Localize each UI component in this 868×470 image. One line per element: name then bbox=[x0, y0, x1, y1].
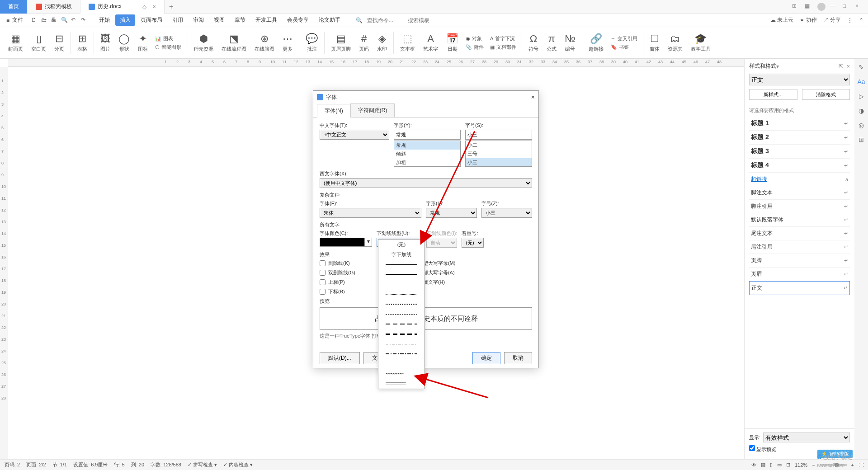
underline-option-word[interactable]: 字下加线 bbox=[378, 249, 425, 259]
underline-option-single[interactable] bbox=[378, 259, 425, 269]
tab-dev[interactable]: 开发工具 bbox=[251, 14, 282, 26]
online-mind-button[interactable]: ⊛在线脑图 bbox=[251, 33, 278, 52]
tab-review[interactable]: 审阅 bbox=[189, 14, 208, 26]
date-button[interactable]: 📅日期 bbox=[443, 33, 462, 52]
zoom-out-icon[interactable]: − bbox=[812, 462, 815, 468]
style-item[interactable]: 标题 2↵ bbox=[749, 131, 850, 145]
underline-option-dotted-thick[interactable] bbox=[378, 299, 425, 309]
dialog-titlebar[interactable]: 字体 × bbox=[313, 91, 538, 103]
tab-add-button[interactable]: + bbox=[165, 3, 178, 11]
attachment-button[interactable]: 📎 附件 bbox=[466, 44, 484, 51]
dialog-tab-font[interactable]: 字体(N) bbox=[317, 104, 351, 118]
style-item[interactable]: 脚注文本↵ bbox=[749, 186, 850, 200]
subscript-checkbox[interactable]: 下标(B) bbox=[320, 288, 355, 295]
tab-insert[interactable]: 插入 bbox=[115, 14, 135, 26]
tab-vip[interactable]: 会员专享 bbox=[283, 14, 313, 26]
underline-option-dash-dot[interactable] bbox=[378, 339, 425, 349]
complex-size-select[interactable]: 小三 bbox=[481, 208, 533, 218]
complex-font-select[interactable]: 宋体 bbox=[320, 208, 421, 218]
default-button[interactable]: 默认(D)... bbox=[320, 352, 360, 364]
tab-home[interactable]: 首页 bbox=[0, 0, 28, 14]
tab-doc-pin-icon[interactable]: ◇ bbox=[142, 4, 146, 10]
style-item[interactable]: 脚注引用↵ bbox=[749, 200, 850, 213]
image-button[interactable]: 🖼图片 bbox=[97, 33, 114, 52]
underline-option-dash[interactable] bbox=[378, 309, 425, 319]
superscript-checkbox[interactable]: 上标(P) bbox=[320, 279, 355, 286]
clear-format-button[interactable]: 清除格式 bbox=[802, 89, 850, 100]
page-break-button[interactable]: ⊟分页 bbox=[51, 33, 68, 52]
underline-option-none[interactable]: (无) bbox=[378, 240, 425, 249]
cross-ref-button[interactable]: ↔ 交叉引用 bbox=[611, 35, 637, 42]
font-color-swatch[interactable] bbox=[320, 238, 365, 247]
icon-button[interactable]: ✦图标 bbox=[134, 33, 151, 52]
style-item[interactable]: 默认段落字体↵ bbox=[749, 213, 850, 227]
underline-option-double[interactable] bbox=[378, 279, 425, 289]
sidebar-location-icon[interactable]: ◎ bbox=[857, 121, 865, 129]
search-template-input[interactable] bbox=[408, 17, 444, 24]
formula-button[interactable]: π公式 bbox=[543, 33, 560, 52]
underline-option-dash-dot-thick[interactable] bbox=[378, 349, 425, 359]
tab-start[interactable]: 开始 bbox=[94, 14, 114, 26]
doc-parts-button[interactable]: ▦ 文档部件 bbox=[490, 44, 516, 51]
font-color-dropdown-arrow[interactable]: ▾ bbox=[365, 238, 372, 247]
underline-option-thick[interactable] bbox=[378, 269, 425, 279]
status-page[interactable]: 页面: 2/2 bbox=[26, 461, 46, 468]
header-footer-button[interactable]: ▤页眉页脚 bbox=[327, 33, 354, 52]
dialog-close-icon[interactable]: × bbox=[531, 94, 535, 101]
cancel-button[interactable]: 取消 bbox=[504, 352, 532, 364]
object-button[interactable]: ◉ 对象 bbox=[466, 35, 484, 42]
preview-icon[interactable]: 🔍 bbox=[61, 17, 68, 24]
dialog-tab-spacing[interactable]: 字符间距(R) bbox=[350, 103, 395, 117]
style-item[interactable]: 页眉↵ bbox=[749, 268, 850, 281]
expand-icon[interactable]: ⌃ bbox=[859, 17, 863, 24]
status-content-check[interactable]: ✓ 内容检查 ▾ bbox=[223, 461, 253, 468]
bookmark-button[interactable]: 🔖 书签 bbox=[611, 44, 637, 51]
form-button[interactable]: ☐窗体 bbox=[646, 33, 663, 52]
chart-button[interactable]: 📊 图表 bbox=[155, 35, 181, 42]
style-item[interactable]: 尾注文本↵ bbox=[749, 227, 850, 240]
dk-resource-button[interactable]: ⬢稻壳资源 bbox=[190, 33, 217, 52]
watermark-button[interactable]: ◈水印 bbox=[373, 33, 391, 52]
batch-comment-button[interactable]: 💬批注 bbox=[302, 33, 321, 52]
panel-pin-icon[interactable]: ⇱ bbox=[839, 63, 843, 70]
page-number-button[interactable]: #页码 bbox=[355, 33, 373, 52]
status-reader-icon[interactable]: ▭ bbox=[777, 462, 782, 468]
style-item[interactable]: 页脚↵ bbox=[749, 254, 850, 268]
more-button[interactable]: ⋯更多 bbox=[279, 33, 296, 52]
teach-tools-button[interactable]: 🎓教学工具 bbox=[687, 33, 714, 52]
sidebar-select-icon[interactable]: ▷ bbox=[857, 92, 865, 100]
show-preview-checkbox[interactable]: 显示预览 bbox=[749, 445, 776, 453]
symbol-button[interactable]: Ω符号 bbox=[525, 33, 542, 52]
status-position[interactable]: 设置值: 6.9厘米 bbox=[73, 461, 108, 468]
new-icon[interactable]: 🗋 bbox=[31, 17, 38, 24]
ok-button[interactable]: 确定 bbox=[472, 352, 500, 364]
undo-icon[interactable]: ↶ bbox=[71, 17, 78, 24]
window-layout-icon[interactable]: ⊞ bbox=[792, 3, 800, 11]
tab-reference[interactable]: 引用 bbox=[168, 14, 188, 26]
style-item[interactable]: 标题 3↵ bbox=[749, 145, 850, 159]
tab-layout[interactable]: 页面布局 bbox=[136, 14, 167, 26]
zoom-label[interactable]: 112% bbox=[795, 462, 807, 468]
underline-option-wave-double[interactable]: ~~~~~~~~~~~~~~~~~~~~~~~~ bbox=[378, 379, 425, 389]
status-column[interactable]: 列: 20 bbox=[131, 461, 144, 468]
status-spellcheck[interactable]: ✓ 拼写检查 ▾ bbox=[188, 461, 217, 468]
hyperlink-button[interactable]: 🔗超链接 bbox=[585, 33, 607, 52]
number-button[interactable]: №编号 bbox=[561, 33, 579, 52]
fullscreen-icon[interactable]: ⛶ bbox=[859, 462, 863, 468]
resource-button[interactable]: 🗂资源夹 bbox=[664, 33, 686, 52]
strike-checkbox[interactable]: 删除线(K) bbox=[320, 260, 355, 267]
maximize-icon[interactable]: □ bbox=[843, 3, 851, 11]
blank-page-button[interactable]: ▯空白页 bbox=[28, 33, 50, 52]
open-icon[interactable]: 🗁 bbox=[41, 17, 48, 24]
underline-option-dash-wide[interactable] bbox=[378, 319, 425, 329]
file-menu[interactable]: ≡文件 bbox=[5, 16, 25, 24]
close-window-icon[interactable]: × bbox=[855, 3, 863, 11]
sidebar-shape-icon[interactable]: ◑ bbox=[857, 107, 865, 115]
vertical-ruler[interactable]: 1234567891011121314151617181920212223242… bbox=[0, 67, 8, 461]
display-filter-select[interactable]: 有效样式 bbox=[763, 432, 850, 442]
status-line[interactable]: 行: 5 bbox=[114, 461, 124, 468]
style-item[interactable]: 尾注引用↵ bbox=[749, 240, 850, 254]
status-view-icon[interactable]: ▦ bbox=[761, 462, 765, 468]
style-item[interactable]: 标题 1↵ bbox=[749, 117, 850, 131]
sidebar-more-icon[interactable]: ⊞ bbox=[857, 136, 865, 144]
